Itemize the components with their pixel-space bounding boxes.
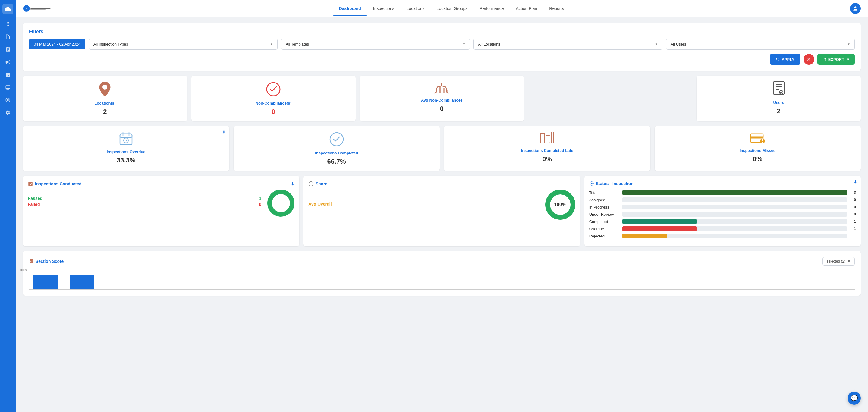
overdue-label: Inspections Overdue <box>107 150 146 154</box>
svg-rect-5 <box>435 90 437 93</box>
status-bar-bg <box>622 190 847 195</box>
status-label: Assigned <box>589 198 619 202</box>
chevron-down-icon: ▼ <box>655 42 658 46</box>
sidebar-icon-cloud[interactable] <box>2 4 13 14</box>
svg-rect-2 <box>30 8 51 9</box>
status-bar-bg <box>622 204 847 210</box>
status-row: Completed 1 <box>589 219 856 224</box>
conducted-title: Inspections Conducted <box>28 181 82 187</box>
avg-compliance-label: Avg Non-Compliances <box>421 98 463 102</box>
status-rows: Total 3 Assigned 0 In Progress 0 Under R… <box>589 190 856 239</box>
status-row: In Progress 0 <box>589 204 856 210</box>
status-bar-bg <box>622 219 847 224</box>
status-title: Status - Inspection ⬇ <box>589 181 856 186</box>
export-button[interactable]: EXPORT ▼ <box>817 54 855 65</box>
status-bar-bg <box>622 226 847 231</box>
download-status-icon[interactable]: ⬇ <box>854 179 857 184</box>
sidebar-icon-monitor[interactable] <box>2 82 13 93</box>
apply-button[interactable]: APPLY <box>770 54 801 65</box>
status-count: 0 <box>850 212 856 216</box>
svg-rect-23 <box>551 132 554 143</box>
status-bar-bg <box>622 197 847 202</box>
svg-rect-6 <box>439 87 441 93</box>
conducted-failed-row: Failed 0 <box>28 202 261 207</box>
download-overdue-icon[interactable]: ⬇ <box>222 130 226 134</box>
selected-badge[interactable]: selected (2) ▼ <box>823 257 855 265</box>
filter-locations[interactable]: All Locations ▼ <box>473 39 662 50</box>
status-bar-bg <box>622 212 847 217</box>
svg-rect-12 <box>776 89 779 90</box>
sidebar-icon-settings[interactable] <box>2 107 13 118</box>
svg-rect-9 <box>773 82 784 94</box>
missed-icon <box>750 131 766 146</box>
status-row: Assigned 0 <box>589 197 856 202</box>
nav-reports[interactable]: Reports <box>543 1 570 16</box>
sidebar-icon-grid[interactable]: ⠿ <box>2 19 13 30</box>
bottom-section: Inspections Conducted ⬇ Passed 1 Failed <box>23 176 861 246</box>
conducted-rows: Passed 1 Failed 0 <box>28 196 261 207</box>
svg-rect-11 <box>776 87 782 87</box>
section-score-header: Section Score selected (2) ▼ <box>29 257 855 265</box>
chevron-down-icon: ▼ <box>847 259 851 263</box>
filter-inspection-types[interactable]: All Inspection Types ▼ <box>89 39 278 50</box>
stat-users: Users 2 <box>696 76 861 121</box>
svg-rect-3 <box>30 9 45 10</box>
download-conducted-icon[interactable]: ⬇ <box>291 182 294 186</box>
completed-late-value: 0% <box>542 155 552 163</box>
svg-rect-15 <box>120 134 132 137</box>
clear-button[interactable]: ✕ <box>804 54 814 65</box>
chart-bar <box>70 275 94 289</box>
chart-bar-wrap <box>33 275 58 289</box>
nav-locations[interactable]: Locations <box>401 1 431 16</box>
nav-performance[interactable]: Performance <box>473 1 510 16</box>
svg-rect-10 <box>776 84 782 85</box>
user-avatar[interactable] <box>850 3 861 14</box>
chart-bar <box>33 275 58 289</box>
score-inner: Avg Overall 100% <box>308 190 575 220</box>
sidebar: ⠿ <box>0 0 16 412</box>
avg-compliance-icon <box>434 81 450 96</box>
nav-location-groups[interactable]: Location Groups <box>431 1 474 16</box>
locations-label: Location(s) <box>94 101 116 105</box>
sidebar-icon-megaphone[interactable] <box>2 57 13 67</box>
status-bar <box>622 226 696 231</box>
filter-templates[interactable]: All Templates ▼ <box>281 39 470 50</box>
chat-fab[interactable]: 💬 <box>847 391 861 405</box>
sidebar-icon-document[interactable] <box>2 31 13 42</box>
status-bar-bg <box>622 233 847 239</box>
status-count: 1 <box>850 227 856 231</box>
avg-compliance-value: 0 <box>440 105 444 113</box>
svg-rect-8 <box>446 90 448 93</box>
status-row: Rejected <box>589 233 856 239</box>
overdue-value: 33.3% <box>117 156 135 164</box>
nav-action-plan[interactable]: Action Plan <box>510 1 543 16</box>
score-card: Score Avg Overall 100% <box>304 176 580 246</box>
conducted-info: Passed 1 Failed 0 <box>28 196 261 210</box>
stat-non-compliance: Non-Compliance(s) 0 <box>191 76 355 121</box>
status-label: Rejected <box>589 234 619 239</box>
status-row: Total 3 <box>589 190 856 195</box>
conducted-passed-row: Passed 1 <box>28 196 261 201</box>
stat-missed: Inspections Missed 0% <box>655 126 861 171</box>
sidebar-icon-clipboard[interactable] <box>2 44 13 55</box>
content: Filters 04 Mar 2024 - 02 Apr 2024 All In… <box>16 17 868 412</box>
sidebar-icon-target[interactable] <box>2 95 13 105</box>
filters-actions: APPLY ✕ EXPORT ▼ <box>29 54 855 65</box>
status-bar <box>622 190 847 195</box>
missed-value: 0% <box>753 155 763 163</box>
stats-row2: ⬇ Inspections Overdue 33.3% <box>23 126 861 171</box>
topbar: ✓ Dashboard Inspections Locations Locati… <box>16 0 868 17</box>
nav-dashboard[interactable]: Dashboard <box>333 1 367 16</box>
filter-users[interactable]: All Users ▼ <box>666 39 855 50</box>
sidebar-icon-chart[interactable] <box>2 69 13 80</box>
users-icon <box>772 81 786 98</box>
conducted-card: Inspections Conducted ⬇ Passed 1 Failed <box>23 176 299 246</box>
status-count: 0 <box>850 198 856 202</box>
stats-row1: Location(s) 2 Non-Compliance(s) 0 <box>23 76 861 121</box>
nav-inspections[interactable]: Inspections <box>367 1 401 16</box>
users-value: 2 <box>777 107 780 115</box>
filter-date[interactable]: 04 Mar 2024 - 02 Apr 2024 <box>29 39 85 50</box>
users-label: Users <box>773 100 784 105</box>
filters-row: 04 Mar 2024 - 02 Apr 2024 All Inspection… <box>29 39 855 50</box>
section-score-chart: 100% <box>29 268 855 290</box>
